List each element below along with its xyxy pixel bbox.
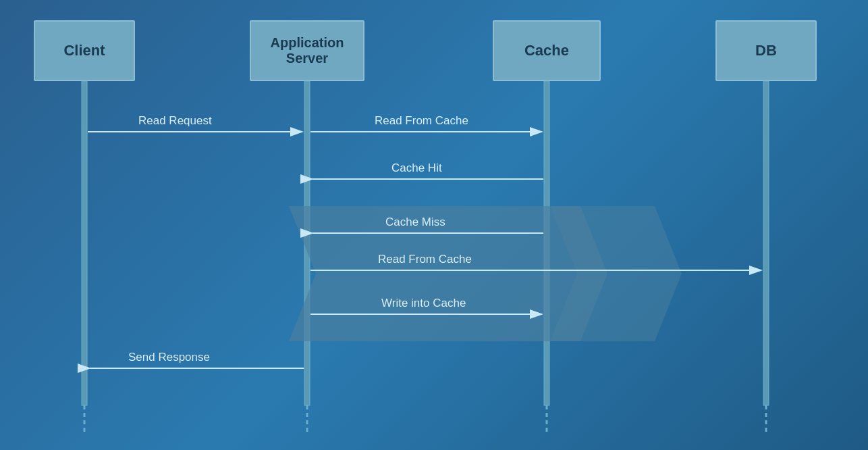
actor-client: Client bbox=[34, 20, 135, 81]
actor-appserver: Application Server bbox=[250, 20, 364, 81]
svg-text:Read From Cache: Read From Cache bbox=[378, 253, 472, 266]
svg-text:Send Response: Send Response bbox=[128, 351, 210, 364]
svg-text:Write into Cache: Write into Cache bbox=[381, 297, 466, 309]
svg-rect-8 bbox=[763, 81, 769, 405]
svg-text:Cache Miss: Cache Miss bbox=[385, 216, 445, 228]
svg-text:Read From Cache: Read From Cache bbox=[375, 114, 468, 127]
svg-marker-10 bbox=[289, 206, 607, 341]
sequence-diagram: Client Application Server Cache DB bbox=[0, 0, 868, 450]
svg-rect-2 bbox=[82, 81, 87, 405]
svg-rect-4 bbox=[304, 81, 310, 405]
actor-db: DB bbox=[715, 20, 817, 81]
actor-cache: Cache bbox=[493, 20, 601, 81]
svg-text:Read Request: Read Request bbox=[138, 114, 212, 127]
svg-rect-6 bbox=[544, 81, 549, 405]
svg-marker-11 bbox=[550, 206, 682, 341]
svg-text:Cache Hit: Cache Hit bbox=[391, 161, 442, 174]
